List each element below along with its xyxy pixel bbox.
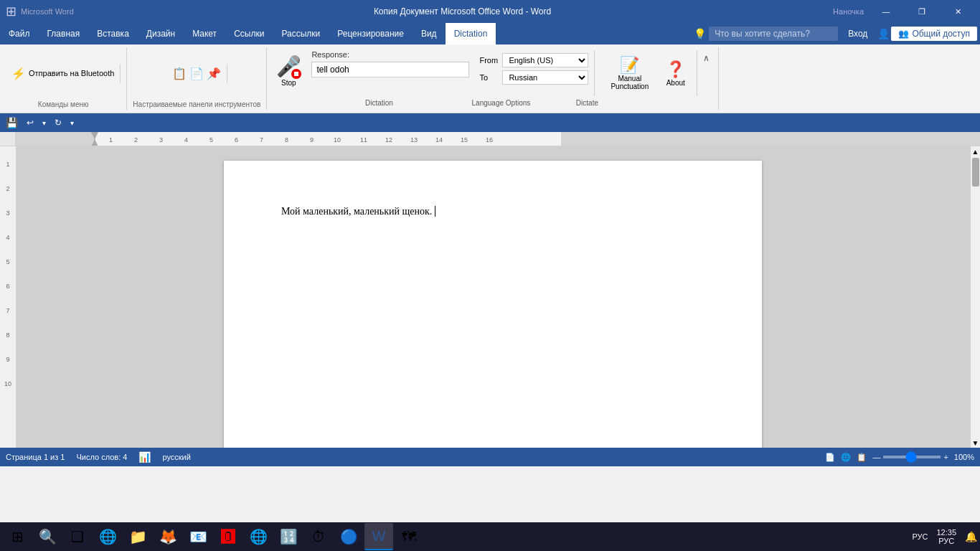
opera-button[interactable]: 🅾 bbox=[214, 523, 242, 550]
explorer-button[interactable]: 📁 bbox=[123, 523, 152, 550]
zoom-slider[interactable] bbox=[883, 456, 941, 458]
opera-icon: 🅾 bbox=[221, 529, 235, 545]
task-view-button[interactable]: ❑ bbox=[63, 523, 92, 550]
taskbar: ⊞ 🔍 ❑ 🌐 📁 🦊 📧 🅾 🌐 🔢 ⏱ 🔵 W 🗺 РУС 12:35 bbox=[0, 522, 980, 551]
menu-mailings[interactable]: Рассылки bbox=[273, 23, 329, 44]
svg-text:6: 6 bbox=[235, 136, 238, 143]
windows-icon: ⊞ bbox=[11, 528, 24, 545]
search-input[interactable] bbox=[709, 27, 838, 41]
svg-text:3: 3 bbox=[159, 136, 163, 143]
svg-rect-3 bbox=[561, 132, 980, 146]
custom-toolbar: 📋 📄 📌 bbox=[166, 64, 227, 83]
svg-text:14: 14 bbox=[435, 136, 443, 143]
toolbar-icon-1[interactable]: 📋 bbox=[172, 67, 187, 80]
menu-references[interactable]: Ссылки bbox=[225, 23, 273, 44]
firefox-icon: 🦊 bbox=[159, 528, 177, 545]
taskbar-clock[interactable]: 12:35 РУС bbox=[930, 528, 962, 545]
stop-square bbox=[294, 72, 298, 76]
explorer-icon: 📁 bbox=[129, 528, 147, 545]
share-button[interactable]: 👥 Общий доступ bbox=[891, 27, 977, 41]
bluetooth-group: ⚡ Отправить на Bluetooth Команды меню bbox=[0, 47, 127, 110]
mail-button[interactable]: 📧 bbox=[184, 523, 212, 550]
menu-review[interactable]: Рецензирование bbox=[329, 23, 413, 44]
toolbar-icon-2[interactable]: 📄 bbox=[189, 67, 204, 80]
edge-button[interactable]: 🌐 bbox=[93, 523, 122, 550]
scrollbar-up-arrow[interactable]: ▲ bbox=[971, 146, 981, 156]
ribbon: ⚡ Отправить на Bluetooth Команды меню 📋 … bbox=[0, 44, 980, 113]
calculator-button[interactable]: 🔢 bbox=[274, 523, 303, 550]
timer-button[interactable]: ⏱ bbox=[304, 523, 333, 550]
menu-home[interactable]: Главная bbox=[39, 23, 89, 44]
svg-text:1: 1 bbox=[109, 136, 113, 143]
svg-text:5: 5 bbox=[209, 136, 213, 143]
quick-access-more[interactable]: ▾ bbox=[67, 118, 77, 128]
svg-text:15: 15 bbox=[461, 136, 468, 143]
stop-button[interactable]: 🎤 Stop bbox=[270, 50, 307, 96]
document-area[interactable]: Мой маленький, маленький щенок. bbox=[16, 146, 970, 448]
bluetooth-area[interactable]: ⚡ Отправить на Bluetooth bbox=[6, 64, 121, 83]
commands-group-label: Команды меню bbox=[38, 100, 89, 108]
word-taskbar-button[interactable]: W bbox=[364, 523, 393, 550]
language-indicator[interactable]: русский bbox=[162, 453, 190, 461]
svg-text:16: 16 bbox=[486, 136, 493, 143]
maps-button[interactable]: 🗺 bbox=[395, 523, 423, 550]
svg-text:4: 4 bbox=[184, 136, 188, 143]
menu-layout[interactable]: Макет bbox=[184, 23, 225, 44]
about-button[interactable]: ❓ About bbox=[660, 57, 691, 90]
close-button[interactable]: ✕ bbox=[941, 0, 974, 23]
page-content[interactable]: Мой маленький, маленький щенок. bbox=[281, 204, 705, 219]
ribbon-collapse-button[interactable]: ∧ bbox=[697, 52, 715, 65]
zoom-plus[interactable]: + bbox=[943, 453, 948, 461]
menu-insert[interactable]: Вставка bbox=[88, 23, 138, 44]
svg-text:6: 6 bbox=[6, 283, 9, 290]
timer-icon: ⏱ bbox=[311, 529, 326, 545]
undo-button[interactable]: ↩ bbox=[24, 116, 37, 129]
window-title: Копия Документ Microsoft Office Word - W… bbox=[92, 6, 833, 17]
undo-dropdown[interactable]: ▾ bbox=[39, 118, 49, 128]
document-page: Мой маленький, маленький щенок. bbox=[224, 161, 762, 448]
yandex-button[interactable]: 🌐 bbox=[244, 523, 273, 550]
status-right: 📄 🌐 📋 — + 100% bbox=[825, 453, 974, 462]
page-info: Страница 1 из 1 bbox=[6, 453, 65, 461]
manual-punctuation-button[interactable]: 📝 ManualPunctuation bbox=[605, 53, 654, 93]
manual-punctuation-icon: 📝 bbox=[620, 56, 639, 75]
maximize-button[interactable]: ❐ bbox=[905, 0, 938, 23]
layout-btn-outline[interactable]: 📋 bbox=[857, 453, 867, 462]
vertical-scrollbar[interactable]: ▲ ▼ bbox=[970, 146, 980, 448]
menu-design[interactable]: Дизайн bbox=[138, 23, 184, 44]
mail-icon: 📧 bbox=[189, 528, 207, 545]
scrollbar-thumb[interactable] bbox=[972, 158, 979, 187]
svg-text:2: 2 bbox=[6, 185, 9, 192]
bluetooth-label: Отправить на Bluetooth bbox=[29, 69, 114, 77]
svg-text:11: 11 bbox=[360, 136, 367, 143]
taskbar-date: РУС bbox=[938, 537, 954, 545]
from-label: From bbox=[479, 56, 499, 65]
redo-button[interactable]: ↻ bbox=[52, 116, 65, 129]
main-area: 1 2 3 4 5 6 7 8 9 10 Мой маленький, мале… bbox=[0, 146, 980, 448]
menu-view[interactable]: Вид bbox=[413, 23, 446, 44]
notification-icon[interactable]: 🔔 bbox=[965, 531, 977, 542]
toolbar-icon-3[interactable]: 📌 bbox=[207, 67, 221, 80]
menu-dictation[interactable]: Dictation bbox=[446, 23, 496, 44]
scrollbar-down-arrow[interactable]: ▼ bbox=[971, 438, 981, 448]
language-options-group: From English (US) English (UK) French Ge… bbox=[473, 50, 595, 96]
start-button[interactable]: ⊞ bbox=[3, 523, 32, 550]
menu-file[interactable]: Файл bbox=[0, 23, 39, 44]
chrome-button[interactable]: 🔵 bbox=[334, 523, 363, 550]
from-language-select[interactable]: English (US) English (UK) French German bbox=[502, 53, 588, 67]
chrome-icon: 🔵 bbox=[340, 528, 358, 545]
zoom-minus[interactable]: — bbox=[872, 453, 880, 461]
layout-btn-web[interactable]: 🌐 bbox=[841, 453, 851, 462]
response-input[interactable] bbox=[311, 62, 469, 77]
firefox-button[interactable]: 🦊 bbox=[154, 523, 182, 550]
zoom-level[interactable]: 100% bbox=[954, 453, 974, 461]
about-label: About bbox=[666, 79, 685, 87]
sign-in-button[interactable]: Вход bbox=[841, 27, 875, 41]
zoom-control[interactable]: — + bbox=[872, 453, 948, 461]
search-taskbar-button[interactable]: 🔍 bbox=[33, 523, 62, 550]
minimize-button[interactable]: — bbox=[870, 0, 903, 23]
save-button[interactable]: 💾 bbox=[3, 116, 21, 130]
to-label: To bbox=[479, 73, 499, 82]
to-language-select[interactable]: Russian English (US) French German bbox=[502, 70, 588, 85]
layout-btn-print[interactable]: 📄 bbox=[825, 453, 835, 462]
